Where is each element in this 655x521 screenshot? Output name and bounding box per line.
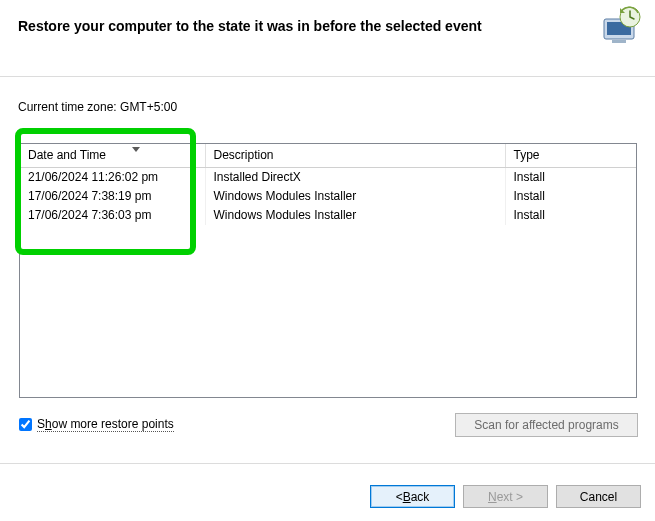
cell-type: Install (505, 168, 636, 188)
cell-desc: Windows Modules Installer (205, 187, 505, 206)
divider (0, 76, 655, 77)
col-header-desc[interactable]: Description (205, 144, 505, 168)
cell-type: Install (505, 206, 636, 225)
cell-date: 17/06/2024 7:38:19 pm (20, 187, 205, 206)
sort-desc-icon (132, 147, 140, 152)
cell-desc: Installed DirectX (205, 168, 505, 188)
col-header-date-label: Date and Time (28, 148, 106, 162)
table-row[interactable]: 17/06/2024 7:36:03 pm Windows Modules In… (20, 206, 636, 225)
divider (0, 463, 655, 464)
cell-date: 21/06/2024 11:26:02 pm (20, 168, 205, 188)
next-button: Next > (463, 485, 548, 508)
cell-type: Install (505, 187, 636, 206)
cancel-button[interactable]: Cancel (556, 485, 641, 508)
col-header-date[interactable]: Date and Time (20, 144, 205, 168)
back-button[interactable]: < Back (370, 485, 455, 508)
restore-points-table[interactable]: Date and Time Description Type 21/06/202… (19, 143, 637, 398)
system-restore-icon (598, 5, 643, 45)
col-header-desc-label: Description (214, 148, 274, 162)
col-header-type-label: Type (514, 148, 540, 162)
timezone-label: Current time zone: GMT+5:00 (18, 100, 177, 114)
table-row[interactable]: 21/06/2024 11:26:02 pm Installed DirectX… (20, 168, 636, 188)
page-title: Restore your computer to the state it wa… (18, 18, 482, 34)
col-header-type[interactable]: Type (505, 144, 636, 168)
cell-date: 17/06/2024 7:36:03 pm (20, 206, 205, 225)
scan-affected-button: Scan for affected programs (455, 413, 638, 437)
show-more-checkbox[interactable] (19, 418, 32, 431)
show-more-label[interactable]: Show more restore points (37, 417, 174, 432)
table-row[interactable]: 17/06/2024 7:38:19 pm Windows Modules In… (20, 187, 636, 206)
svg-rect-2 (612, 40, 626, 43)
cell-desc: Windows Modules Installer (205, 206, 505, 225)
